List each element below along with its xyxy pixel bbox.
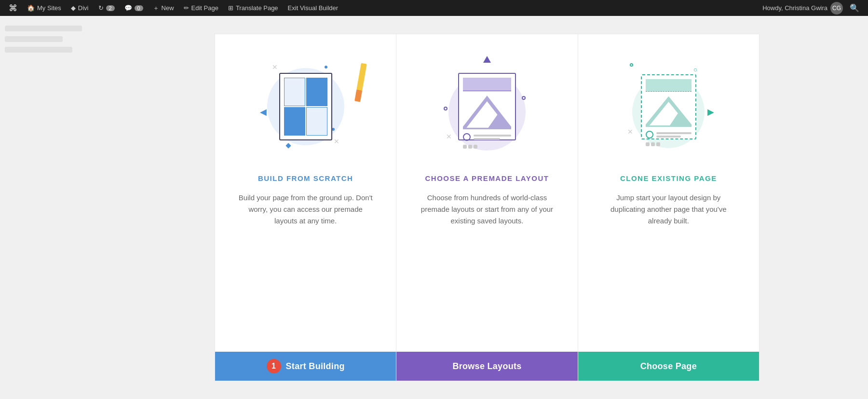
start-building-label: Start Building (286, 361, 345, 371)
monitor-lines (474, 135, 511, 140)
grid-cell-2 (306, 78, 327, 106)
cards-container: ✕ ✕ ◀ BUILD FROM SCRATCH Bu (215, 34, 760, 381)
start-building-button[interactable]: 1 Start Building (215, 352, 396, 381)
comments[interactable]: 💬 0 (121, 0, 147, 16)
comment-icon: 💬 (124, 4, 132, 12)
dot-purple-2 (522, 96, 526, 100)
divi-menu[interactable]: ◆ Divi (67, 0, 93, 16)
grid-cell-3 (284, 107, 305, 136)
edit-page-button[interactable]: ✏ Edit Page (180, 0, 222, 16)
mountain-svg-clone (646, 96, 692, 127)
updates[interactable]: ↻ 2 (95, 0, 119, 16)
monitor-circle-clone (646, 131, 653, 138)
browse-layouts-label: Browse Layouts (452, 361, 521, 371)
new-button[interactable]: ＋ New (149, 0, 178, 16)
wp-logo[interactable]: ⌘ (5, 0, 21, 16)
cross-deco-4: ✕ (627, 128, 633, 136)
monitor-lines-clone (656, 132, 692, 138)
grid-cell-4 (306, 107, 327, 136)
divi-icon: ◆ (71, 4, 76, 12)
dot-deco-1 (325, 66, 327, 69)
mountain-svg-premade (463, 95, 511, 129)
svg-marker-3 (668, 111, 691, 127)
monitor-dots-clone (642, 140, 695, 148)
monitor-illustration-premade (458, 73, 516, 140)
plus-icon: ＋ (153, 4, 159, 13)
sidebar-bar-2 (5, 36, 63, 42)
dot-purple-1 (444, 107, 448, 110)
triangle-deco (483, 56, 491, 63)
card-title-scratch: BUILD FROM SCRATCH (258, 174, 353, 182)
monitor-illustration-clone (641, 74, 696, 139)
card-desc-scratch: Build your page from the ground up. Don'… (238, 192, 373, 227)
exit-builder-button[interactable]: Exit Visual Builder (284, 0, 342, 16)
admin-bar: ⌘ 🏠 My Sites ◆ Divi ↻ 2 💬 0 ＋ New ✏ Edit… (0, 0, 868, 16)
card-clone: ○ ✕ ▶ (578, 34, 760, 381)
monitor-dots (459, 143, 515, 151)
card-premade: ✕ (396, 34, 578, 381)
update-icon: ↻ (98, 4, 104, 12)
user-greeting: Howdy, Christina Gwira (762, 4, 827, 12)
monitor-circle (463, 133, 471, 141)
card-desc-premade: Choose from hundreds of world-class prem… (420, 192, 555, 227)
edit-icon: ✏ (184, 4, 189, 12)
sidebar (0, 16, 106, 399)
card-desc-clone: Jump start your layout design by duplica… (601, 192, 736, 227)
arrow-right-icon: ▶ (707, 107, 714, 117)
cross-deco-2: ✕ (334, 138, 339, 145)
card-scratch: ✕ ✕ ◀ BUILD FROM SCRATCH Bu (215, 34, 396, 381)
dot-teal-1 (630, 63, 633, 67)
diamond-deco (285, 143, 291, 148)
arrow-left-icon: ◀ (260, 107, 267, 117)
illustration-clone: ○ ✕ ▶ (620, 54, 717, 160)
choose-page-label: Choose Page (640, 361, 697, 371)
translate-page-button[interactable]: ⊞ Translate Page (224, 0, 282, 16)
wp-icon: ⌘ (9, 3, 17, 14)
btn-badge: 1 (267, 359, 281, 373)
sites-icon: 🏠 (27, 4, 35, 12)
card-title-premade: CHOOSE A PREMADE LAYOUT (425, 174, 549, 182)
my-sites[interactable]: 🏠 My Sites (23, 0, 65, 16)
illustration-scratch: ✕ ✕ ◀ (258, 54, 354, 160)
browse-layouts-button[interactable]: Browse Layouts (396, 352, 577, 381)
notebook-illustration (279, 73, 332, 140)
sidebar-bar-1 (5, 26, 82, 31)
grid-cell-1 (284, 78, 305, 106)
search-icon[interactable]: 🔍 (846, 3, 863, 13)
cross-deco-1: ✕ (272, 63, 278, 71)
svg-marker-1 (487, 112, 511, 130)
main-area: ✕ ✕ ◀ BUILD FROM SCRATCH Bu (0, 16, 868, 399)
choose-page-button[interactable]: Choose Page (578, 352, 759, 381)
sidebar-bar-3 (5, 47, 72, 53)
admin-bar-right: Howdy, Christina Gwira CG 🔍 (762, 2, 863, 14)
avatar: CG (830, 2, 843, 14)
cross-teal-1: ○ (693, 66, 697, 73)
card-title-clone: CLONE EXISTING PAGE (620, 174, 717, 182)
cross-deco-3: ✕ (446, 133, 452, 140)
pencil-illustration (354, 63, 367, 102)
translate-icon: ⊞ (228, 4, 233, 12)
illustration-premade: ✕ (439, 54, 535, 160)
